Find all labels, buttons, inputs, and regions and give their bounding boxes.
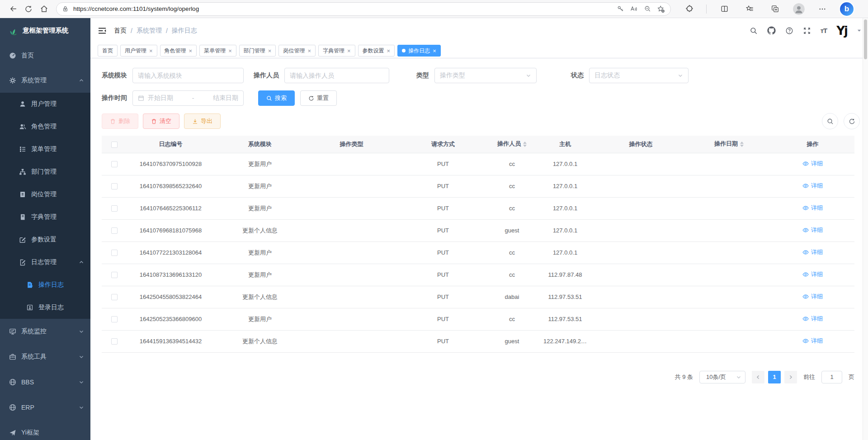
- read-aloud-icon[interactable]: [627, 3, 641, 15]
- row-checkbox[interactable]: [111, 272, 118, 278]
- search-icon[interactable]: [750, 27, 758, 35]
- row-checkbox[interactable]: [111, 316, 118, 322]
- row-checkbox[interactable]: [111, 250, 118, 256]
- address-bar[interactable]: https://ccnetcore.com:1101/system/log/op…: [56, 2, 671, 16]
- sidebar-item-system-mgmt[interactable]: 系统管理: [0, 68, 90, 93]
- row-checkbox[interactable]: [111, 338, 118, 345]
- tab-close-icon[interactable]: ×: [307, 48, 311, 54]
- row-checkbox[interactable]: [111, 205, 118, 212]
- settings-menu-icon[interactable]: [815, 1, 830, 17]
- type-select[interactable]: 操作类型: [434, 68, 537, 83]
- search-button[interactable]: 搜索: [258, 90, 295, 106]
- tab-dict-mgmt[interactable]: 字典管理×: [318, 45, 355, 57]
- sidebar-item-user-mgmt[interactable]: 用户管理: [0, 93, 90, 115]
- sidebar-item-bbs[interactable]: BBS: [0, 369, 90, 395]
- row-checkbox[interactable]: [111, 161, 118, 167]
- collapse-sidebar-icon[interactable]: [98, 26, 107, 35]
- tab-user-mgmt[interactable]: 用户管理×: [120, 45, 157, 57]
- github-icon[interactable]: [767, 26, 776, 35]
- sidebar-item-dict-mgmt[interactable]: 字典管理: [0, 206, 90, 228]
- lock-icon[interactable]: [62, 5, 69, 12]
- detail-link[interactable]: 详细: [802, 226, 823, 234]
- sidebar-item-login-log[interactable]: 登录日志: [0, 296, 90, 319]
- bing-chat-icon[interactable]: b: [840, 2, 854, 16]
- tab-close-icon[interactable]: ×: [347, 48, 351, 54]
- breadcrumb-home[interactable]: 首页: [114, 27, 127, 35]
- goto-page-input[interactable]: [821, 371, 842, 383]
- user-avatar-logo[interactable]: Yj: [836, 25, 847, 37]
- tab-home[interactable]: 首页: [98, 45, 118, 57]
- tab-role-mgmt[interactable]: 角色管理×: [160, 45, 197, 57]
- tab-post-mgmt[interactable]: 岗位管理×: [278, 45, 316, 57]
- sidebar-item-system-tools[interactable]: 系统工具: [0, 344, 90, 369]
- collections-icon[interactable]: [768, 1, 783, 17]
- clear-button[interactable]: 清空: [143, 114, 179, 129]
- home-icon[interactable]: [36, 1, 52, 17]
- extensions-icon[interactable]: [681, 1, 696, 17]
- caret-down-icon[interactable]: [857, 28, 862, 33]
- page-size-select[interactable]: 10条/页: [699, 371, 745, 383]
- sidebar-item-oper-log[interactable]: 操作日志: [0, 274, 90, 296]
- sidebar-item-home[interactable]: 首页: [0, 43, 90, 68]
- refresh-icon[interactable]: [21, 1, 36, 17]
- tab-close-icon[interactable]: ×: [228, 48, 232, 54]
- date-range-picker[interactable]: 开始日期 - 结束日期: [132, 90, 244, 106]
- next-page-button[interactable]: [784, 371, 797, 383]
- password-key-icon[interactable]: [613, 3, 627, 15]
- sidebar-item-menu-mgmt[interactable]: 菜单管理: [0, 138, 90, 161]
- back-icon[interactable]: [5, 1, 21, 17]
- col-date[interactable]: 操作日期: [687, 136, 771, 153]
- tab-close-icon[interactable]: ×: [149, 48, 153, 54]
- detail-link[interactable]: 详细: [802, 315, 823, 323]
- page-number-1[interactable]: 1: [768, 371, 781, 383]
- select-all-checkbox[interactable]: [111, 142, 118, 148]
- scrollbar[interactable]: [863, 18, 868, 440]
- favorites-bar-icon[interactable]: [742, 1, 757, 17]
- tab-close-icon[interactable]: ×: [189, 48, 193, 54]
- prev-page-button[interactable]: [752, 371, 764, 383]
- detail-link[interactable]: 详细: [802, 160, 823, 168]
- sidebar-item-role-mgmt[interactable]: 角色管理: [0, 115, 90, 138]
- tab-oper-log[interactable]: 操作日志×: [397, 45, 441, 57]
- profile-avatar[interactable]: [793, 3, 805, 15]
- tab-dept-mgmt[interactable]: 部门管理×: [239, 45, 276, 57]
- sidebar-item-yi-framework[interactable]: Yi框架: [0, 420, 90, 440]
- tab-close-icon[interactable]: ×: [433, 48, 436, 54]
- split-screen-icon[interactable]: [717, 1, 732, 17]
- delete-button[interactable]: 删除: [102, 114, 138, 129]
- font-size-icon[interactable]: тT: [821, 27, 827, 34]
- sidebar-item-post-mgmt[interactable]: 岗位管理: [0, 183, 90, 206]
- sidebar-item-erp[interactable]: ERP: [0, 395, 90, 420]
- export-button[interactable]: 导出: [184, 114, 221, 129]
- row-checkbox[interactable]: [111, 183, 118, 189]
- url-text[interactable]: https://ccnetcore.com:1101/system/log/op…: [73, 5, 613, 12]
- detail-link[interactable]: 详细: [802, 204, 823, 212]
- sort-icon[interactable]: [523, 140, 527, 149]
- sidebar-item-dept-mgmt[interactable]: 部门管理: [0, 161, 90, 183]
- sidebar-item-log-mgmt[interactable]: 日志管理: [0, 251, 90, 274]
- favorite-add-icon[interactable]: [654, 3, 668, 15]
- sidebar-item-system-monitor[interactable]: 系统监控: [0, 319, 90, 344]
- operator-input[interactable]: [290, 72, 384, 79]
- sidebar-item-param-settings[interactable]: 参数设置: [0, 228, 90, 251]
- fullscreen-icon[interactable]: [803, 27, 811, 35]
- reset-button[interactable]: 重置: [300, 90, 337, 106]
- detail-link[interactable]: 详细: [802, 337, 823, 345]
- sort-icon[interactable]: [740, 140, 744, 149]
- detail-link[interactable]: 详细: [802, 182, 823, 190]
- row-checkbox[interactable]: [111, 294, 118, 300]
- detail-link[interactable]: 详细: [802, 293, 823, 301]
- detail-link[interactable]: 详细: [802, 248, 823, 256]
- tab-param-settings[interactable]: 参数设置×: [358, 45, 395, 57]
- help-icon[interactable]: [785, 27, 793, 35]
- status-select[interactable]: 日志状态: [589, 68, 689, 83]
- zoom-out-icon[interactable]: [641, 3, 654, 15]
- tab-close-icon[interactable]: ×: [387, 48, 391, 54]
- table-search-icon[interactable]: [822, 113, 838, 129]
- scrollbar-thumb[interactable]: [864, 19, 867, 59]
- module-input[interactable]: [138, 72, 238, 79]
- col-operator[interactable]: 操作人员: [488, 136, 536, 153]
- table-refresh-icon[interactable]: [844, 113, 860, 129]
- tab-menu-mgmt[interactable]: 菜单管理×: [199, 45, 236, 57]
- tab-close-icon[interactable]: ×: [268, 48, 272, 54]
